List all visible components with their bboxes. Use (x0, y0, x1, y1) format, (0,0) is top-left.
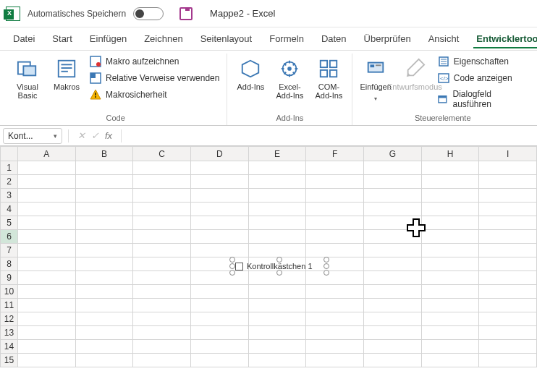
cell[interactable] (17, 230, 75, 244)
cell[interactable] (363, 340, 421, 354)
cell[interactable] (75, 257, 133, 271)
run-dialog-button[interactable]: Dialogfeld ausführen (436, 88, 527, 110)
cell[interactable] (479, 312, 537, 326)
cell[interactable] (363, 271, 421, 285)
cell[interactable] (133, 285, 191, 299)
cell[interactable] (190, 203, 248, 216)
macros-button[interactable]: Makros (49, 55, 84, 94)
cell[interactable] (479, 326, 537, 340)
cell[interactable] (248, 354, 306, 367)
spreadsheet-grid[interactable]: ABCDEFGHI123456789101112131415 Kontrollk… (0, 146, 537, 367)
cell[interactable] (248, 299, 306, 312)
visual-basic-button[interactable]: Visual Basic (10, 55, 45, 103)
cell[interactable] (17, 161, 75, 175)
cell[interactable] (421, 340, 479, 354)
cell[interactable] (248, 340, 306, 354)
cell[interactable] (479, 244, 537, 257)
column-header[interactable]: E (248, 147, 306, 161)
insert-control-button[interactable]: Einfügen ▾ (358, 55, 392, 105)
column-header[interactable]: D (190, 147, 248, 161)
cell[interactable] (421, 216, 479, 230)
cell[interactable] (133, 340, 191, 354)
cell[interactable] (133, 271, 191, 285)
cell[interactable] (133, 175, 191, 189)
cell[interactable] (133, 354, 191, 367)
cell[interactable] (75, 354, 133, 367)
resize-handle[interactable] (276, 257, 282, 263)
tab-formeln[interactable]: Formeln (262, 30, 311, 48)
cell[interactable] (363, 326, 421, 340)
cell[interactable] (248, 285, 306, 299)
tab-zeichnen[interactable]: Zeichnen (137, 30, 190, 48)
resize-handle[interactable] (276, 270, 282, 276)
cell[interactable] (190, 230, 248, 244)
tab-ansicht[interactable]: Ansicht (421, 30, 467, 48)
cell[interactable] (190, 161, 248, 175)
cell[interactable] (17, 189, 75, 203)
cell[interactable] (306, 326, 364, 340)
autosave-toggle[interactable] (133, 7, 164, 20)
cell[interactable] (75, 326, 133, 340)
column-header[interactable]: B (75, 147, 133, 161)
cell[interactable] (421, 271, 479, 285)
tab-daten[interactable]: Daten (314, 30, 354, 48)
cell[interactable] (17, 354, 75, 367)
row-header[interactable]: 10 (1, 285, 18, 299)
cell[interactable] (17, 271, 75, 285)
row-header[interactable]: 9 (1, 271, 18, 285)
cell[interactable] (75, 161, 133, 175)
cell[interactable] (421, 326, 479, 340)
cell[interactable] (17, 312, 75, 326)
cell[interactable] (306, 285, 364, 299)
cell[interactable] (363, 299, 421, 312)
row-header[interactable]: 5 (1, 216, 18, 230)
tab-ueberpruefen[interactable]: Überprüfen (357, 30, 418, 48)
cell[interactable] (248, 203, 306, 216)
tab-einfuegen[interactable]: Einfügen (83, 30, 134, 48)
macro-security-button[interactable]: Makrosicherheit (88, 88, 221, 101)
cell[interactable] (75, 175, 133, 189)
column-header[interactable]: F (306, 147, 364, 161)
properties-button[interactable]: Eigenschaften (436, 55, 527, 68)
cell[interactable] (17, 175, 75, 189)
resize-handle[interactable] (324, 257, 329, 263)
row-header[interactable]: 14 (1, 340, 18, 354)
row-header[interactable]: 3 (1, 189, 18, 203)
cell[interactable] (75, 189, 133, 203)
resize-handle[interactable] (229, 257, 235, 263)
column-header[interactable]: A (17, 147, 75, 161)
record-macro-button[interactable]: Makro aufzeichnen (88, 55, 221, 68)
cell[interactable] (17, 203, 75, 216)
row-header[interactable]: 11 (1, 299, 18, 312)
cell[interactable] (421, 161, 479, 175)
cell[interactable] (248, 230, 306, 244)
excel-addins-button[interactable]: Excel-Add-Ins (272, 55, 307, 103)
cell[interactable] (133, 230, 191, 244)
accept-formula-icon[interactable]: ✓ (91, 130, 99, 141)
cancel-formula-icon[interactable]: ✕ (77, 130, 85, 141)
cell[interactable] (421, 175, 479, 189)
cell[interactable] (479, 257, 537, 271)
cell[interactable] (190, 285, 248, 299)
cell[interactable] (75, 340, 133, 354)
cell[interactable] (75, 312, 133, 326)
cell[interactable] (75, 203, 133, 216)
cell[interactable] (363, 244, 421, 257)
row-header[interactable]: 15 (1, 354, 18, 367)
cell[interactable] (421, 244, 479, 257)
cell[interactable] (190, 189, 248, 203)
cell[interactable] (190, 340, 248, 354)
cell[interactable] (133, 326, 191, 340)
cell[interactable] (248, 326, 306, 340)
cell[interactable] (248, 175, 306, 189)
cell[interactable] (479, 216, 537, 230)
cell[interactable] (306, 230, 364, 244)
name-box[interactable]: Kont... ▾ (3, 128, 62, 144)
cell[interactable] (248, 161, 306, 175)
cell[interactable] (479, 340, 537, 354)
cell[interactable] (363, 285, 421, 299)
cell[interactable] (17, 326, 75, 340)
cell[interactable] (133, 299, 191, 312)
row-header[interactable]: 2 (1, 175, 18, 189)
form-control-checkbox[interactable]: Kontrollkästchen 1 (232, 260, 326, 273)
